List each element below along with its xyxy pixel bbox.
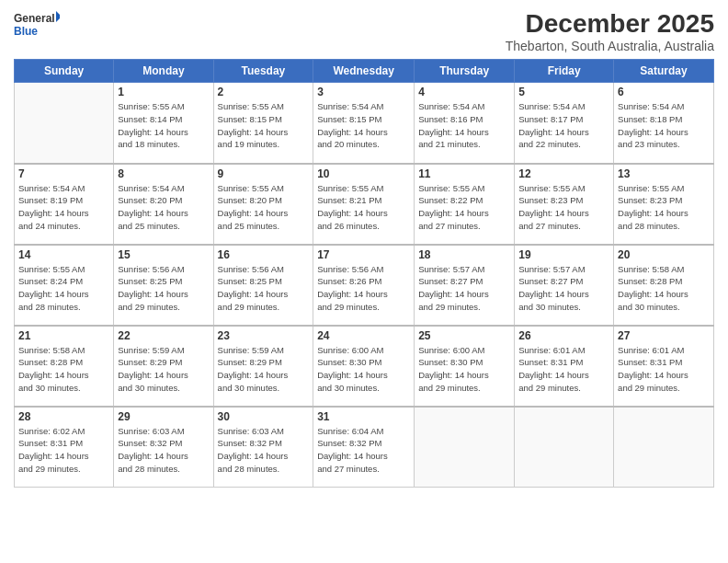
day-info: Sunrise: 6:04 AMSunset: 8:32 PMDaylight:…: [317, 425, 410, 476]
day-number: 19: [518, 248, 609, 261]
day-info: Sunrise: 6:01 AMSunset: 8:31 PMDaylight:…: [518, 344, 609, 395]
day-number: 3: [317, 86, 410, 98]
day-number: 9: [218, 167, 310, 180]
day-info: Sunrise: 6:03 AMSunset: 8:32 PMDaylight:…: [218, 425, 310, 476]
weekday-header: Thursday: [415, 60, 515, 83]
day-info: Sunrise: 5:55 AMSunset: 8:23 PMDaylight:…: [518, 182, 609, 233]
calendar-cell: 8Sunrise: 5:54 AMSunset: 8:20 PMDaylight…: [114, 164, 213, 245]
day-info: Sunrise: 5:55 AMSunset: 8:20 PMDaylight:…: [218, 182, 310, 233]
day-number: 26: [518, 329, 609, 342]
calendar-cell: 3Sunrise: 5:54 AMSunset: 8:15 PMDaylight…: [313, 83, 415, 164]
day-number: 24: [317, 329, 410, 342]
day-number: 14: [18, 248, 109, 261]
day-info: Sunrise: 5:54 AMSunset: 8:15 PMDaylight:…: [317, 100, 410, 151]
calendar-cell: 28Sunrise: 6:02 AMSunset: 8:31 PMDayligh…: [15, 407, 114, 488]
day-number: 6: [618, 86, 710, 98]
day-info: Sunrise: 6:03 AMSunset: 8:32 PMDaylight:…: [118, 425, 209, 476]
day-number: 15: [118, 248, 209, 261]
day-info: Sunrise: 6:00 AMSunset: 8:30 PMDaylight:…: [317, 344, 410, 395]
day-number: 27: [618, 329, 710, 342]
day-number: 20: [618, 248, 710, 261]
day-number: 17: [317, 248, 410, 261]
weekday-header: Tuesday: [213, 60, 313, 83]
calendar-week-row: 28Sunrise: 6:02 AMSunset: 8:31 PMDayligh…: [15, 407, 714, 488]
weekday-header: Monday: [114, 60, 213, 83]
weekday-header: Friday: [515, 60, 614, 83]
day-info: Sunrise: 5:59 AMSunset: 8:29 PMDaylight:…: [118, 344, 209, 395]
weekday-header: Sunday: [15, 60, 114, 83]
calendar-cell: [15, 83, 114, 164]
day-info: Sunrise: 5:55 AMSunset: 8:15 PMDaylight:…: [218, 100, 310, 151]
day-info: Sunrise: 6:02 AMSunset: 8:31 PMDaylight:…: [18, 425, 109, 476]
day-info: Sunrise: 5:55 AMSunset: 8:21 PMDaylight:…: [317, 182, 410, 233]
calendar-page: General Blue December 2025 Thebarton, So…: [0, 0, 728, 563]
calendar-cell: 5Sunrise: 5:54 AMSunset: 8:17 PMDaylight…: [515, 83, 614, 164]
calendar-cell: 21Sunrise: 5:58 AMSunset: 8:28 PMDayligh…: [15, 326, 114, 407]
calendar-title: December 2025: [506, 9, 714, 39]
page-header: General Blue December 2025 Thebarton, So…: [14, 9, 714, 53]
day-info: Sunrise: 6:01 AMSunset: 8:31 PMDaylight:…: [618, 344, 710, 395]
day-number: 13: [618, 167, 710, 180]
day-info: Sunrise: 5:56 AMSunset: 8:25 PMDaylight:…: [118, 263, 209, 314]
day-number: 21: [18, 329, 109, 342]
svg-text:General: General: [14, 12, 55, 25]
calendar-cell: 15Sunrise: 5:56 AMSunset: 8:25 PMDayligh…: [114, 245, 213, 326]
calendar-week-row: 21Sunrise: 5:58 AMSunset: 8:28 PMDayligh…: [15, 326, 714, 407]
day-number: 8: [118, 167, 209, 180]
day-info: Sunrise: 5:54 AMSunset: 8:17 PMDaylight:…: [518, 100, 609, 151]
day-info: Sunrise: 5:57 AMSunset: 8:27 PMDaylight:…: [418, 263, 510, 314]
day-info: Sunrise: 5:54 AMSunset: 8:19 PMDaylight:…: [18, 182, 109, 233]
day-info: Sunrise: 6:00 AMSunset: 8:30 PMDaylight:…: [418, 344, 510, 395]
calendar-cell: 22Sunrise: 5:59 AMSunset: 8:29 PMDayligh…: [114, 326, 213, 407]
calendar-cell: 13Sunrise: 5:55 AMSunset: 8:23 PMDayligh…: [614, 164, 714, 245]
day-number: 7: [18, 167, 109, 180]
day-number: 16: [218, 248, 310, 261]
calendar-cell: 6Sunrise: 5:54 AMSunset: 8:18 PMDaylight…: [614, 83, 714, 164]
calendar-cell: 17Sunrise: 5:56 AMSunset: 8:26 PMDayligh…: [313, 245, 415, 326]
calendar-cell: [515, 407, 614, 488]
day-number: 18: [418, 248, 510, 261]
day-number: 1: [118, 86, 209, 98]
day-info: Sunrise: 5:55 AMSunset: 8:22 PMDaylight:…: [418, 182, 510, 233]
calendar-cell: 19Sunrise: 5:57 AMSunset: 8:27 PMDayligh…: [515, 245, 614, 326]
calendar-cell: 20Sunrise: 5:58 AMSunset: 8:28 PMDayligh…: [614, 245, 714, 326]
weekday-header: Saturday: [614, 60, 714, 83]
calendar-cell: 9Sunrise: 5:55 AMSunset: 8:20 PMDaylight…: [213, 164, 313, 245]
calendar-cell: 4Sunrise: 5:54 AMSunset: 8:16 PMDaylight…: [415, 83, 515, 164]
calendar-cell: 18Sunrise: 5:57 AMSunset: 8:27 PMDayligh…: [415, 245, 515, 326]
logo-svg: General Blue: [14, 9, 60, 42]
svg-marker-2: [56, 11, 60, 22]
calendar-cell: 25Sunrise: 6:00 AMSunset: 8:30 PMDayligh…: [415, 326, 515, 407]
title-block: December 2025 Thebarton, South Australia…: [506, 9, 714, 53]
calendar-table: SundayMondayTuesdayWednesdayThursdayFrid…: [14, 59, 714, 488]
svg-text:Blue: Blue: [14, 25, 38, 38]
day-number: 31: [317, 410, 410, 423]
day-info: Sunrise: 5:54 AMSunset: 8:16 PMDaylight:…: [418, 100, 510, 151]
day-info: Sunrise: 5:57 AMSunset: 8:27 PMDaylight:…: [518, 263, 609, 314]
day-info: Sunrise: 5:54 AMSunset: 8:18 PMDaylight:…: [618, 100, 710, 151]
calendar-cell: 24Sunrise: 6:00 AMSunset: 8:30 PMDayligh…: [313, 326, 415, 407]
calendar-cell: 16Sunrise: 5:56 AMSunset: 8:25 PMDayligh…: [213, 245, 313, 326]
day-info: Sunrise: 5:54 AMSunset: 8:20 PMDaylight:…: [118, 182, 209, 233]
calendar-week-row: 1Sunrise: 5:55 AMSunset: 8:14 PMDaylight…: [15, 83, 714, 164]
calendar-cell: 11Sunrise: 5:55 AMSunset: 8:22 PMDayligh…: [415, 164, 515, 245]
day-info: Sunrise: 5:59 AMSunset: 8:29 PMDaylight:…: [218, 344, 310, 395]
calendar-cell: 10Sunrise: 5:55 AMSunset: 8:21 PMDayligh…: [313, 164, 415, 245]
day-number: 5: [518, 86, 609, 98]
logo: General Blue: [14, 9, 60, 42]
calendar-cell: 30Sunrise: 6:03 AMSunset: 8:32 PMDayligh…: [213, 407, 313, 488]
day-number: 11: [418, 167, 510, 180]
calendar-cell: 14Sunrise: 5:55 AMSunset: 8:24 PMDayligh…: [15, 245, 114, 326]
day-number: 10: [317, 167, 410, 180]
calendar-cell: 12Sunrise: 5:55 AMSunset: 8:23 PMDayligh…: [515, 164, 614, 245]
calendar-week-row: 7Sunrise: 5:54 AMSunset: 8:19 PMDaylight…: [15, 164, 714, 245]
day-number: 12: [518, 167, 609, 180]
calendar-cell: 2Sunrise: 5:55 AMSunset: 8:15 PMDaylight…: [213, 83, 313, 164]
day-number: 2: [218, 86, 310, 98]
day-number: 23: [218, 329, 310, 342]
calendar-cell: [614, 407, 714, 488]
calendar-cell: 29Sunrise: 6:03 AMSunset: 8:32 PMDayligh…: [114, 407, 213, 488]
day-info: Sunrise: 5:58 AMSunset: 8:28 PMDaylight:…: [618, 263, 710, 314]
calendar-cell: 27Sunrise: 6:01 AMSunset: 8:31 PMDayligh…: [614, 326, 714, 407]
day-number: 25: [418, 329, 510, 342]
